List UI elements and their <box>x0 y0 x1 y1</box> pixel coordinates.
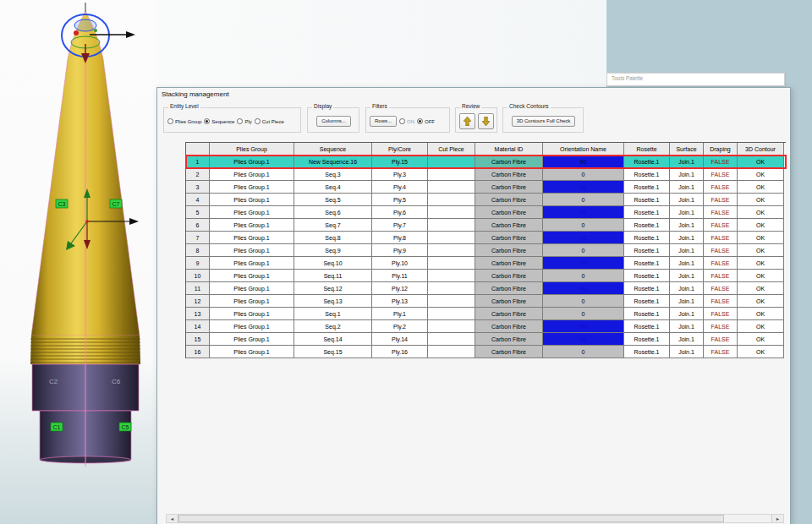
sequence-cell[interactable]: Seq.9 <box>294 244 372 257</box>
orientation-cell[interactable]: 90 <box>543 232 624 244</box>
rosette-cell[interactable]: Rosette.1 <box>624 181 670 194</box>
cut-piece-cell[interactable] <box>428 156 475 168</box>
row-number-cell[interactable]: 5 <box>186 206 210 219</box>
review-next-button[interactable] <box>478 113 494 129</box>
contour-3d-cell[interactable]: OK <box>738 181 784 194</box>
row-number-cell[interactable]: 4 <box>186 194 210 206</box>
plies-group-cell[interactable]: Plies Group.1 <box>210 168 294 181</box>
radio-filters-on[interactable]: ON <box>399 118 414 124</box>
draping-cell[interactable]: FALSE <box>704 270 738 282</box>
sequence-cell[interactable]: Seq.15 <box>294 346 372 358</box>
ply-core-cell[interactable]: Ply.14 <box>372 333 428 346</box>
plies-group-cell[interactable]: Plies Group.1 <box>210 333 294 346</box>
rosette-cell[interactable]: Rosette.1 <box>624 270 670 282</box>
cut-piece-cell[interactable] <box>428 270 475 282</box>
sequence-cell[interactable]: Seq.1 <box>294 308 372 320</box>
table-row[interactable]: 2 Plies Group.1 Seq.3 Ply.3 Carbon Fibre… <box>186 168 786 181</box>
ply-core-cell[interactable]: Ply.1 <box>372 308 428 320</box>
row-number-cell[interactable]: 16 <box>186 346 210 358</box>
material-id-cell[interactable]: Carbon Fibre <box>475 308 543 320</box>
material-id-cell[interactable]: Carbon Fibre <box>475 194 543 206</box>
rows-button[interactable]: Rows... <box>370 116 397 127</box>
surface-cell[interactable]: Join.1 <box>670 270 704 282</box>
cut-piece-cell[interactable] <box>428 232 475 244</box>
draping-cell[interactable]: FALSE <box>704 257 738 270</box>
column-header[interactable]: Material ID <box>475 143 543 156</box>
table-row[interactable]: 14 Plies Group.1 Seq.2 Ply.2 Carbon Fibr… <box>186 320 786 333</box>
column-header[interactable]: Plies Group <box>210 143 294 156</box>
plies-group-cell[interactable]: Plies Group.1 <box>210 282 294 295</box>
table-row[interactable]: 4 Plies Group.1 Seq.5 Ply.5 Carbon Fibre… <box>186 194 786 206</box>
radio-cut-piece[interactable]: Cut Piece <box>255 118 284 124</box>
scroll-left-button[interactable]: ◄ <box>167 515 178 522</box>
radio-plies-group[interactable]: Plies Group <box>167 118 201 124</box>
draping-cell[interactable]: FALSE <box>704 156 738 168</box>
radio-ply[interactable]: Ply <box>237 118 251 124</box>
column-header[interactable]: Orientation Name <box>543 143 624 156</box>
surface-cell[interactable]: Join.1 <box>670 346 704 358</box>
plies-group-cell[interactable]: Plies Group.1 <box>210 295 294 308</box>
orientation-cell[interactable]: 90 <box>543 206 624 219</box>
row-number-cell[interactable]: 13 <box>186 308 210 320</box>
table-row[interactable]: 15 Plies Group.1 Seq.14 Ply.14 Carbon Fi… <box>186 333 786 346</box>
cut-piece-cell[interactable] <box>428 181 475 194</box>
radio-filters-off[interactable]: OFF <box>417 118 435 124</box>
ply-core-cell[interactable]: Ply.13 <box>372 295 428 308</box>
contour-3d-cell[interactable]: OK <box>738 156 784 168</box>
compass-red-handle[interactable] <box>74 30 79 35</box>
rosette-cell[interactable]: Rosette.1 <box>624 219 670 232</box>
sequence-cell[interactable]: Seq.4 <box>294 181 372 194</box>
column-header[interactable]: Cut Piece <box>428 143 475 156</box>
surface-cell[interactable]: Join.1 <box>670 257 704 270</box>
sequence-cell[interactable]: Seq.6 <box>294 206 372 219</box>
draping-cell[interactable]: FALSE <box>704 244 738 257</box>
plies-group-cell[interactable]: Plies Group.1 <box>210 270 294 282</box>
sequence-cell[interactable]: Seq.14 <box>294 333 372 346</box>
rosette-cell[interactable]: Rosette.1 <box>624 295 670 308</box>
material-id-cell[interactable]: Carbon Fibre <box>475 333 543 346</box>
table-row[interactable]: 8 Plies Group.1 Seq.9 Ply.9 Carbon Fibre… <box>186 244 786 257</box>
surface-cell[interactable]: Join.1 <box>670 219 704 232</box>
sequence-cell[interactable]: Seq.2 <box>294 320 372 333</box>
material-id-cell[interactable]: Carbon Fibre <box>475 320 543 333</box>
plies-group-cell[interactable]: Plies Group.1 <box>210 206 294 219</box>
plies-group-cell[interactable]: Plies Group.1 <box>210 320 294 333</box>
sequence-cell[interactable]: Seq.5 <box>294 194 372 206</box>
ply-core-cell[interactable]: Ply.11 <box>372 270 428 282</box>
row-number-cell[interactable]: 9 <box>186 257 210 270</box>
orientation-cell[interactable]: 90 <box>543 320 624 333</box>
surface-cell[interactable]: Join.1 <box>670 295 704 308</box>
row-number-cell[interactable]: 12 <box>186 295 210 308</box>
review-previous-button[interactable] <box>459 113 475 129</box>
draping-cell[interactable]: FALSE <box>704 295 738 308</box>
column-header[interactable] <box>186 143 210 156</box>
surface-cell[interactable]: Join.1 <box>670 194 704 206</box>
plies-group-cell[interactable]: Plies Group.1 <box>210 346 294 358</box>
orientation-cell[interactable]: 0 <box>543 295 624 308</box>
rosette-cell[interactable]: Rosette.1 <box>624 257 670 270</box>
contour-3d-cell[interactable]: OK <box>738 308 784 320</box>
scroll-right-button[interactable]: ► <box>771 515 783 522</box>
contours-full-check-button[interactable]: 3D Contours Full Check <box>512 116 576 127</box>
3d-viewport-model[interactable]: C3 C7 C2 C6 C1 C5 <box>0 0 169 482</box>
cut-piece-cell[interactable] <box>428 194 475 206</box>
horizontal-scrollbar[interactable]: ◄ ► <box>166 514 784 523</box>
row-number-cell[interactable]: 11 <box>186 282 210 295</box>
draping-cell[interactable]: FALSE <box>704 194 738 206</box>
orientation-cell[interactable]: 90 <box>543 181 624 194</box>
table-row[interactable]: 7 Plies Group.1 Seq.8 Ply.8 Carbon Fibre… <box>186 232 786 244</box>
table-row[interactable]: 13 Plies Group.1 Seq.1 Ply.1 Carbon Fibr… <box>186 308 786 320</box>
row-number-cell[interactable]: 1 <box>186 156 210 168</box>
plies-group-cell[interactable]: Plies Group.1 <box>210 308 294 320</box>
row-number-cell[interactable]: 10 <box>186 270 210 282</box>
cut-piece-cell[interactable] <box>428 295 475 308</box>
row-number-cell[interactable]: 6 <box>186 219 210 232</box>
contour-3d-cell[interactable]: OK <box>738 282 784 295</box>
surface-cell[interactable]: Join.1 <box>670 282 704 295</box>
column-header[interactable]: Surface <box>670 143 704 156</box>
table-row[interactable]: 10 Plies Group.1 Seq.11 Ply.11 Carbon Fi… <box>186 270 786 282</box>
column-header[interactable]: Ply/Core <box>372 143 428 156</box>
material-id-cell[interactable]: Carbon Fibre <box>475 219 543 232</box>
row-number-cell[interactable]: 3 <box>186 181 210 194</box>
table-row[interactable]: 6 Plies Group.1 Seq.7 Ply.7 Carbon Fibre… <box>186 219 786 232</box>
